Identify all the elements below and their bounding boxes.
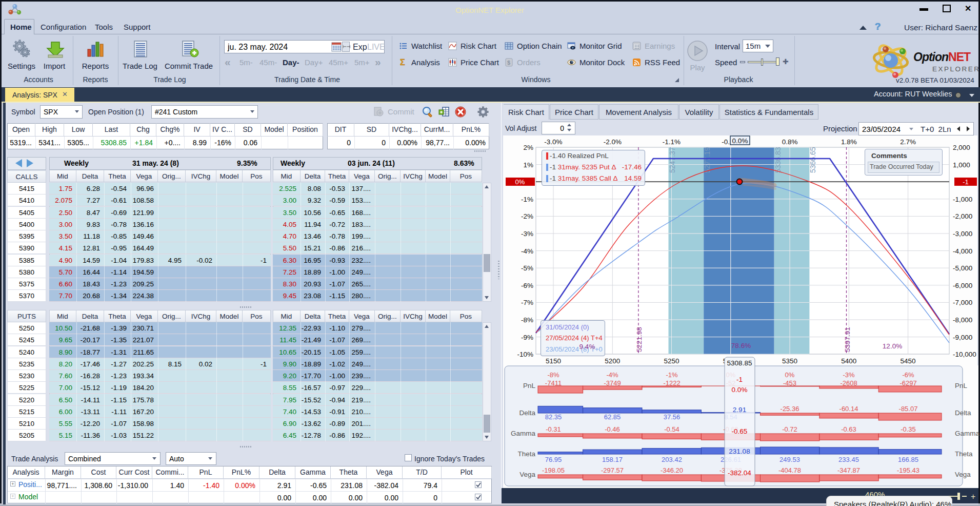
svg-text:-0.63: -0.63 xyxy=(841,425,856,433)
svg-text:-0.54: -0.54 xyxy=(664,425,679,433)
svg-text:5350: 5350 xyxy=(782,357,797,365)
svg-text:1%: 1% xyxy=(523,161,533,169)
svg-text:-7,000: -7,000 xyxy=(953,299,972,306)
svg-text:Vega: Vega xyxy=(519,471,535,478)
svg-text:-1,000: -1,000 xyxy=(953,196,972,203)
svg-text:-10%: -10% xyxy=(517,351,533,358)
svg-text:82.35: 82.35 xyxy=(545,413,562,421)
svg-text:12.0%: 12.0% xyxy=(883,342,902,350)
svg-text:-1%: -1% xyxy=(521,196,533,203)
svg-text:2%: 2% xyxy=(523,144,533,151)
svg-text:-3749: -3749 xyxy=(604,379,621,387)
svg-text:-1222: -1222 xyxy=(663,379,680,387)
svg-text:PnL: PnL xyxy=(955,382,968,390)
svg-text:0.8%: 0.8% xyxy=(782,138,798,146)
svg-text:-3,000: -3,000 xyxy=(953,230,972,238)
svg-text:-6297: -6297 xyxy=(899,379,916,387)
svg-text:$: $ xyxy=(507,60,510,66)
svg-text:-0.65: -0.65 xyxy=(732,427,748,435)
svg-text:-346.20: -346.20 xyxy=(661,466,683,474)
svg-text:-60.14: -60.14 xyxy=(839,405,858,413)
svg-text:-3%: -3% xyxy=(843,371,855,379)
svg-text:249.53: 249.53 xyxy=(779,456,800,463)
svg-text:0.0%: 0.0% xyxy=(732,386,748,394)
svg-text:Delta: Delta xyxy=(519,409,535,417)
svg-text:-9,000: -9,000 xyxy=(953,334,972,341)
svg-text:5250: 5250 xyxy=(664,357,679,365)
svg-text:-7%: -7% xyxy=(521,299,533,306)
svg-text:-382.04: -382.04 xyxy=(728,469,751,477)
svg-text:1,000: 1,000 xyxy=(953,161,970,169)
svg-text:-6%: -6% xyxy=(902,371,914,379)
svg-text:-347.87: -347.87 xyxy=(837,466,860,474)
svg-text:-85.07: -85.07 xyxy=(899,405,918,413)
svg-text:-2.0%: -2.0% xyxy=(604,138,622,146)
svg-text:5400: 5400 xyxy=(841,357,856,365)
svg-text:2.91: 2.91 xyxy=(733,406,746,414)
svg-text:-0.31: -0.31 xyxy=(546,425,561,433)
svg-text:5150: 5150 xyxy=(546,357,561,365)
svg-text:Gamma: Gamma xyxy=(955,430,980,437)
svg-text:-0.72: -0.72 xyxy=(782,425,797,433)
svg-text:2.7%: 2.7% xyxy=(900,138,916,146)
svg-text:-3.0%: -3.0% xyxy=(544,138,562,146)
svg-text:5221.98: 5221.98 xyxy=(635,327,643,352)
svg-text:-1: -1 xyxy=(736,376,743,383)
svg-text:0.0%: 0.0% xyxy=(732,137,748,145)
svg-text:76.95: 76.95 xyxy=(545,456,562,463)
svg-text:-8%: -8% xyxy=(521,316,533,324)
svg-text:37.56: 37.56 xyxy=(664,413,681,421)
svg-text:5277.19: 5277.19 xyxy=(703,147,711,173)
svg-text:233.45: 233.45 xyxy=(838,456,859,463)
svg-text:-1%: -1% xyxy=(666,371,678,379)
svg-text:231.08: 231.08 xyxy=(729,447,750,455)
svg-text:-2%: -2% xyxy=(521,212,533,220)
svg-text:-1.1%: -1.1% xyxy=(663,138,681,146)
svg-text:-0.46: -0.46 xyxy=(605,425,620,433)
svg-text:PnL: PnL xyxy=(523,382,536,390)
svg-text:0%: 0% xyxy=(785,371,795,379)
svg-text:-8,000: -8,000 xyxy=(953,316,972,324)
svg-text:-404.78: -404.78 xyxy=(778,466,801,474)
svg-text:-4%: -4% xyxy=(521,247,533,255)
svg-text:78.6%: 78.6% xyxy=(731,342,751,349)
svg-text:-1: -1 xyxy=(963,178,969,186)
svg-text:2,000: 2,000 xyxy=(953,144,970,151)
svg-text:-8%: -8% xyxy=(547,371,559,379)
svg-text:-25.36: -25.36 xyxy=(781,405,799,413)
svg-text:-4,000: -4,000 xyxy=(953,247,972,255)
svg-text:-4%: -4% xyxy=(606,371,618,379)
svg-text:Vega: Vega xyxy=(955,471,971,478)
svg-text:5336.83: 5336.83 xyxy=(774,147,782,173)
svg-text:-5,000: -5,000 xyxy=(953,264,972,272)
svg-text:-453: -453 xyxy=(783,379,796,387)
svg-text:Gamma: Gamma xyxy=(511,430,536,437)
svg-text:Theta: Theta xyxy=(517,450,535,458)
svg-text:-6%: -6% xyxy=(521,282,533,289)
svg-text:Σ: Σ xyxy=(400,58,405,67)
svg-text:-7411: -7411 xyxy=(545,379,562,387)
svg-text:-10,000: -10,000 xyxy=(953,351,976,358)
svg-text:-9%: -9% xyxy=(521,334,533,341)
svg-text:Theta: Theta xyxy=(955,450,973,458)
svg-text:1.8%: 1.8% xyxy=(841,138,857,146)
svg-text:5247.37: 5247.37 xyxy=(668,147,676,173)
svg-text:-297.57: -297.57 xyxy=(601,466,624,474)
svg-text:-3%: -3% xyxy=(521,230,533,238)
svg-text:-6,000: -6,000 xyxy=(953,282,972,289)
svg-text:158.17: 158.17 xyxy=(602,456,623,463)
svg-text:-2,000: -2,000 xyxy=(953,212,972,220)
svg-text:166.85: 166.85 xyxy=(898,456,918,463)
svg-text:-195.43: -195.43 xyxy=(897,466,919,474)
svg-text:Delta: Delta xyxy=(955,409,971,417)
svg-text:5366.65: 5366.65 xyxy=(809,147,817,173)
svg-text:-5%: -5% xyxy=(521,264,533,272)
svg-text:-0.35: -0.35 xyxy=(901,425,916,433)
svg-text:5450: 5450 xyxy=(901,357,916,365)
svg-text:-198.05: -198.05 xyxy=(542,466,565,474)
svg-text:5200: 5200 xyxy=(605,357,620,365)
svg-text:203.42: 203.42 xyxy=(662,456,682,463)
svg-text:-2608: -2608 xyxy=(840,379,857,387)
svg-text:0%: 0% xyxy=(515,178,525,186)
svg-text:62.85: 62.85 xyxy=(604,413,621,421)
